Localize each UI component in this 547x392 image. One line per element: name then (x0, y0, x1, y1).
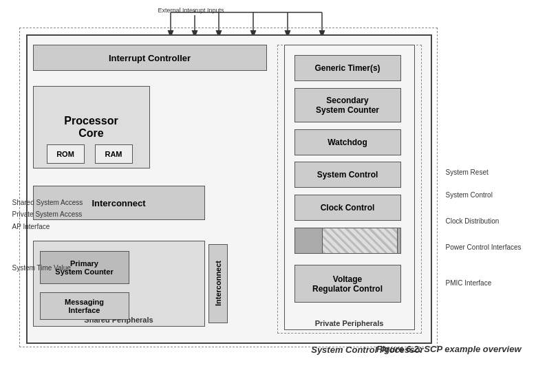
messaging-interface-box: MessagingInterface (40, 292, 129, 320)
clock-control-box: Clock Control (294, 195, 401, 221)
pmic-label: PMIC Interface (446, 279, 492, 287)
ap-interface-label: AP Interface (12, 223, 50, 230)
interrupt-controller-box: Interrupt Controller (33, 45, 267, 71)
interconnect-vert-box: Interconnect (208, 244, 228, 323)
system-time-value-label: System Time Value (12, 264, 71, 272)
watchdog-box: Watchdog (294, 129, 401, 155)
ram-box: RAM (95, 144, 133, 164)
system-control-right-label: System Control (446, 191, 493, 199)
private-peripherals-label: Private Peripherals (285, 319, 414, 327)
ext-interrupt-label: External Interrupt Inputs (150, 7, 233, 14)
voltage-regulator-box: VoltageRegulator Control (294, 265, 401, 303)
clock-dist-label: Clock Distribution (446, 217, 500, 225)
secondary-counter-box: SecondarySystem Counter (294, 88, 401, 122)
system-reset-label: System Reset (446, 168, 489, 176)
private-system-access-label: Private System Access (12, 210, 83, 218)
ppu-hatched (322, 228, 398, 254)
figure-caption: Figure 6.2: SCP example overview (376, 344, 522, 354)
power-control-label: Power Control Interfaces (446, 243, 522, 251)
shared-system-access-label: Shared System Access (12, 199, 83, 206)
diagram-area: External Interrupt Inputs (12, 7, 535, 358)
generic-timers-box: Generic Timer(s) (294, 55, 401, 81)
rom-box: ROM (47, 144, 85, 164)
system-control-box: System Control (294, 162, 401, 188)
